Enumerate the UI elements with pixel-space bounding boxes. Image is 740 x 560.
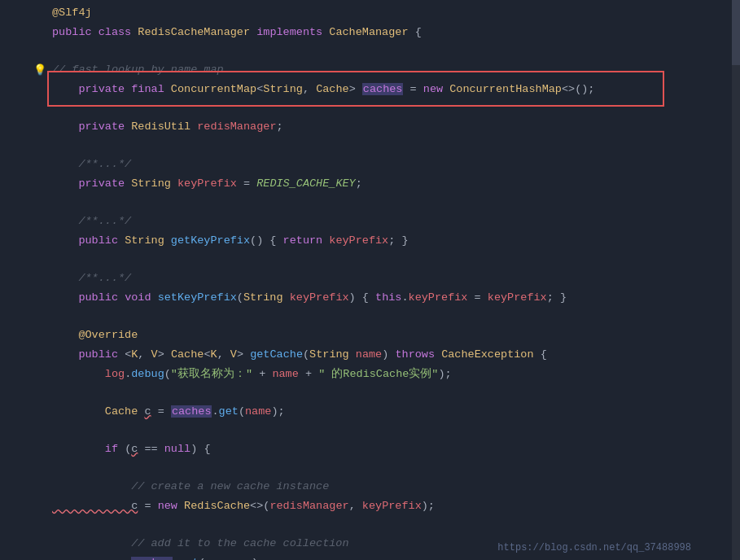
line-icon: 💡 bbox=[33, 63, 47, 77]
line-field3: private String keyPrefix = REDIS_CACHE_K… bbox=[0, 174, 740, 194]
code-line: log.debug("获取名称为：" + name + " 的RedisCach… bbox=[47, 365, 740, 383]
line-blank6 bbox=[0, 308, 740, 326]
line-blank8 bbox=[0, 422, 740, 440]
line-cache-get: Cache c = caches.get(name); bbox=[0, 402, 740, 422]
line-comment1: 💡 // fast lookup by name map bbox=[0, 60, 740, 80]
code-line: if (c == null) { bbox=[47, 440, 740, 458]
line-javadoc2: /**...*/ bbox=[0, 212, 740, 231]
line-if: if (c == null) { bbox=[0, 440, 740, 459]
line-blank2 bbox=[0, 99, 740, 117]
code-line: /**...*/ bbox=[47, 269, 740, 287]
line-new-cache: c = new RedisCache<>(redisManager, keyPr… bbox=[0, 497, 740, 516]
scrollbar-thumb[interactable] bbox=[732, 0, 740, 65]
code-line: // fast lookup by name map bbox=[47, 61, 740, 79]
code-line: public <K, V> Cache<K, V> getCache(Strin… bbox=[47, 346, 740, 364]
code-editor: @Slf4j public class RedisCacheManager im… bbox=[0, 0, 740, 560]
line-blank3 bbox=[0, 137, 740, 155]
scrollbar[interactable] bbox=[732, 0, 740, 560]
code-line: /**...*/ bbox=[47, 212, 740, 230]
line-override: @Override bbox=[0, 326, 740, 345]
code-line: c = new RedisCache<>(redisManager, keyPr… bbox=[47, 497, 740, 515]
line-1: @Slf4j bbox=[0, 3, 740, 23]
line-blank4 bbox=[0, 194, 740, 212]
code-line: public String getKeyPrefix() { return ke… bbox=[47, 232, 740, 250]
line-method3: public <K, V> Cache<K, V> getCache(Strin… bbox=[0, 345, 740, 365]
line-blank7 bbox=[0, 384, 740, 402]
line-blank10 bbox=[0, 516, 740, 534]
code-line: @Override bbox=[47, 326, 740, 344]
line-javadoc3: /**...*/ bbox=[0, 269, 740, 288]
line-blank5 bbox=[0, 251, 740, 269]
code-line: /**...*/ bbox=[47, 155, 740, 173]
bulb-icon: 💡 bbox=[33, 63, 46, 77]
line-blank9 bbox=[0, 459, 740, 477]
line-cache-put: caches.put(name, c); bbox=[0, 553, 740, 560]
line-method1: public String getKeyPrefix() { return ke… bbox=[0, 231, 740, 251]
code-line: Cache c = caches.get(name); bbox=[47, 403, 740, 421]
line-blank1 bbox=[0, 42, 740, 60]
line-field1: private final ConcurrentMap<String, Cach… bbox=[0, 80, 740, 99]
code-line: // create a new cache instance bbox=[47, 478, 740, 496]
code-line: public void setKeyPrefix(String keyPrefi… bbox=[47, 289, 740, 307]
line-comment2: // create a new cache instance bbox=[0, 477, 740, 497]
code-line: private String keyPrefix = REDIS_CACHE_K… bbox=[47, 175, 740, 193]
footer-url: https://blog.csdn.net/qq_37488998 bbox=[497, 542, 691, 553]
code-line: private RedisUtil redisManager; bbox=[47, 118, 740, 136]
line-field2: private RedisUtil redisManager; bbox=[0, 117, 740, 137]
line-javadoc1: /**...*/ bbox=[0, 155, 740, 174]
line-method2: public void setKeyPrefix(String keyPrefi… bbox=[0, 288, 740, 308]
line-debug: log.debug("获取名称为：" + name + " 的RedisCach… bbox=[0, 365, 740, 384]
code-line: public class RedisCacheManager implement… bbox=[47, 24, 740, 42]
code-line: private final ConcurrentMap<String, Cach… bbox=[47, 81, 740, 98]
code-line: caches.put(name, c); bbox=[47, 554, 740, 560]
line-2: public class RedisCacheManager implement… bbox=[0, 23, 740, 42]
code-line: @Slf4j bbox=[47, 4, 740, 22]
